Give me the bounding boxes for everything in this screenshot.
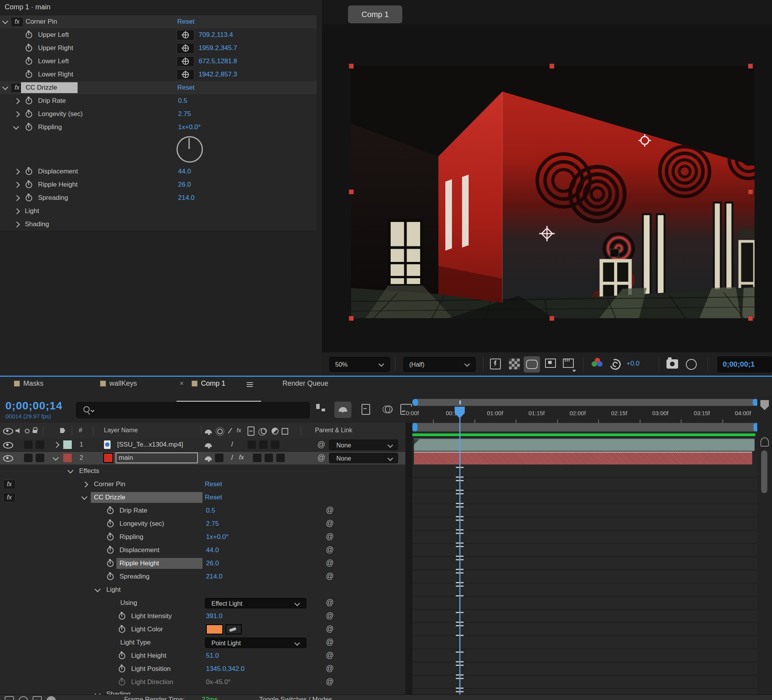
tl-cc-drizzle-row[interactable]: fx CC Drizzle Reset xyxy=(0,491,405,504)
tl-corner-pin-row[interactable]: fx Corner Pin Reset xyxy=(0,478,405,491)
prop-label[interactable]: Lower Left xyxy=(38,57,69,65)
pickwhip-icon[interactable]: @ xyxy=(326,532,334,541)
effect-cc-drizzle-header[interactable]: fx CC Drizzle Reset xyxy=(0,81,317,95)
region-of-interest-icon[interactable] xyxy=(545,359,556,368)
frame-blending-icon[interactable] xyxy=(362,404,370,415)
stopwatch-icon[interactable] xyxy=(26,45,32,52)
prop-value[interactable]: 2.75 xyxy=(206,520,219,528)
prop-label[interactable]: Ripple Height xyxy=(119,560,159,567)
group-label[interactable]: Light xyxy=(106,586,121,594)
group-light[interactable]: Light xyxy=(0,204,317,218)
prop-value[interactable]: 672.5,1281.8 xyxy=(199,57,237,65)
collapse-icon[interactable] xyxy=(2,18,9,24)
collapse-icon[interactable] xyxy=(95,586,101,593)
selection-handle[interactable] xyxy=(549,316,554,321)
property-graph-area[interactable] xyxy=(412,464,757,695)
effect-name[interactable]: CC Drizzle xyxy=(26,84,57,92)
switch-cell[interactable] xyxy=(253,454,261,462)
prop-label[interactable]: Longevity (sec) xyxy=(119,520,164,528)
visibility-toggle[interactable] xyxy=(3,455,13,462)
reset-link[interactable]: Reset xyxy=(177,84,194,92)
pickwhip-icon[interactable]: @ xyxy=(326,519,334,528)
footer-icon[interactable] xyxy=(33,696,42,700)
stopwatch-icon[interactable] xyxy=(26,58,32,65)
prop-label[interactable]: Drip Rate xyxy=(38,97,66,105)
collapse-switch[interactable]: / xyxy=(231,440,233,449)
tl-light-intensity-row[interactable]: Light Intensity 391.0 @ xyxy=(0,610,405,623)
prop-value[interactable]: 1345.0,342.0 xyxy=(206,665,244,673)
collapse-switch[interactable]: / xyxy=(231,454,233,462)
tl-light-type-row[interactable]: Light Type Point Light @ xyxy=(0,636,405,650)
stopwatch-icon[interactable] xyxy=(26,182,32,188)
expand-icon[interactable] xyxy=(14,222,20,228)
switch-cell[interactable] xyxy=(271,440,279,449)
mask-outlines-icon[interactable] xyxy=(526,360,538,369)
layer-row-1[interactable]: 1 [SSU_Te...x1304.mp4] / @ None xyxy=(0,438,405,452)
prop-value[interactable]: 214.0 xyxy=(206,573,223,580)
search-input[interactable] xyxy=(76,402,310,418)
reset-link[interactable]: Reset xyxy=(205,480,222,488)
expand-icon[interactable] xyxy=(14,182,20,188)
effect-name[interactable]: CC Drizzle xyxy=(94,494,125,501)
comp-marker-icon[interactable] xyxy=(760,400,769,410)
composition-image[interactable] xyxy=(351,66,755,318)
expand-icon[interactable] xyxy=(14,111,20,118)
prop-label[interactable]: Ripple Height xyxy=(38,181,78,189)
audio-cell[interactable] xyxy=(24,440,33,449)
tl-longevity-row[interactable]: Longevity (sec) 2.75 @ xyxy=(0,517,405,531)
timeline-zoom-scrollbar[interactable] xyxy=(412,399,758,406)
prop-value[interactable]: 1x+0.0° xyxy=(178,123,201,131)
stopwatch-icon[interactable] xyxy=(107,574,114,580)
prop-value[interactable]: 51.0 xyxy=(206,652,219,660)
prop-label[interactable]: Upper Right xyxy=(38,44,73,52)
fx-effect-icon[interactable]: fx xyxy=(3,480,16,489)
stopwatch-icon[interactable] xyxy=(107,521,114,527)
vertical-scrollbar[interactable] xyxy=(761,450,767,493)
selection-handle[interactable] xyxy=(349,189,354,194)
selection-handle[interactable] xyxy=(748,64,753,69)
reset-link[interactable]: Reset xyxy=(205,494,222,501)
prop-value[interactable]: 1959.2,345.7 xyxy=(199,44,237,52)
pickwhip-icon[interactable]: @ xyxy=(326,624,334,633)
layer-1-duration-bar[interactable] xyxy=(414,438,755,451)
expand-icon[interactable] xyxy=(14,208,20,215)
pickwhip-icon[interactable]: @ xyxy=(326,506,334,515)
fx-effect-icon[interactable]: fx xyxy=(3,493,16,502)
layer-label-swatch[interactable] xyxy=(63,454,72,462)
collapse-icon[interactable] xyxy=(2,84,9,90)
prop-label[interactable]: Rippling xyxy=(119,533,143,541)
collapse-icon[interactable] xyxy=(81,494,88,500)
parent-dropdown[interactable]: None xyxy=(329,453,398,463)
stopwatch-icon[interactable] xyxy=(119,653,125,659)
layer-name[interactable]: [SSU_Te...x1304.mp4] xyxy=(117,441,183,449)
prop-label[interactable]: Displacement xyxy=(38,168,78,175)
switch-cell[interactable] xyxy=(215,454,223,462)
prop-label[interactable]: Light Position xyxy=(131,665,171,673)
stopwatch-icon[interactable] xyxy=(26,71,32,78)
exposure-icon[interactable] xyxy=(608,357,622,371)
prop-value[interactable]: 1x+0.0° xyxy=(206,533,228,541)
prop-value[interactable]: 44.0 xyxy=(206,546,219,554)
tl-drip-rate-row[interactable]: Drip Rate 0.5 @ xyxy=(0,504,405,518)
pickwhip-icon[interactable]: @ xyxy=(326,611,334,620)
tl-displacement-row[interactable]: Displacement 44.0 @ xyxy=(0,544,405,557)
effect-point-button[interactable] xyxy=(177,56,194,67)
expand-icon[interactable] xyxy=(14,195,20,201)
pickwhip-icon[interactable]: @ xyxy=(326,572,334,580)
switch-cell[interactable] xyxy=(265,454,273,462)
collapse-icon[interactable] xyxy=(53,455,59,461)
channels-icon[interactable] xyxy=(592,358,603,369)
prop-value[interactable]: 391.0 xyxy=(206,612,223,620)
tl-light-color-row[interactable]: Light Color @ xyxy=(0,623,405,636)
group-label[interactable]: Light xyxy=(25,207,39,215)
close-icon[interactable]: × xyxy=(180,379,184,388)
selection-handle[interactable] xyxy=(748,189,753,194)
pickwhip-icon[interactable]: @ xyxy=(326,545,334,554)
prop-upper-left[interactable]: Upper Left 709.2,113.4 xyxy=(0,28,317,42)
tl-light-position-row[interactable]: Light Position 1345.0,342.0 @ xyxy=(0,662,405,676)
snapshot-camera-icon[interactable] xyxy=(666,359,678,369)
prop-value[interactable]: 2.75 xyxy=(178,110,191,118)
layer-name-edit-box[interactable]: main xyxy=(116,452,198,463)
tl-light-direction-row[interactable]: Light Direction 0x-45.0° @ xyxy=(0,676,405,689)
pickwhip-icon[interactable]: @ xyxy=(326,598,334,607)
